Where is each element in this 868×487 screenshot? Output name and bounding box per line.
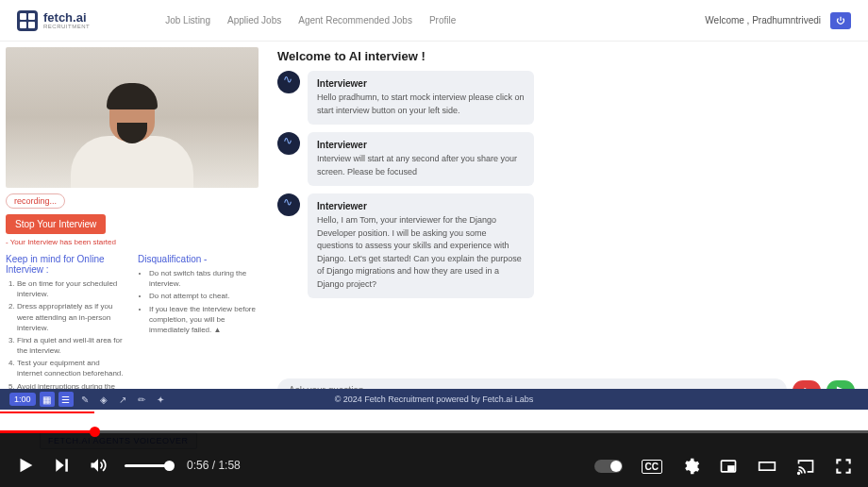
svg-rect-7 <box>728 466 734 470</box>
chat-title: Welcome to AI interview ! <box>277 49 855 63</box>
next-icon <box>53 456 72 475</box>
logo-icon <box>17 10 38 31</box>
webcam-video <box>6 47 259 188</box>
power-icon <box>836 16 845 25</box>
volume-slider[interactable] <box>125 464 170 467</box>
theater-icon <box>757 457 777 476</box>
tip-item: Be on time for your scheduled interview. <box>17 278 126 299</box>
fullscreen-button[interactable] <box>834 457 853 476</box>
message-item: Interviewer Hello pradhumn, to start moc… <box>277 71 855 125</box>
chat-panel: Welcome to AI interview ! Interviewer He… <box>264 42 868 410</box>
message-sender: Interviewer <box>317 201 525 211</box>
main-body: recording... Stop Your Interview - Your … <box>0 42 868 410</box>
svg-rect-8 <box>760 462 776 470</box>
cc-button[interactable]: CC <box>642 460 662 474</box>
disq-title: Disqualification - <box>138 254 259 264</box>
tip-item: Dress appropriately as if you were atten… <box>17 301 126 333</box>
time-display: 0:56 / 1:58 <box>187 459 241 472</box>
toolbar-icons: ▦ ☰ ✎ ◈ ↗ ✏ ✦ <box>40 392 168 407</box>
next-button[interactable] <box>53 456 72 475</box>
top-navbar: fetch.ai RECRUITMENT Job Listing Applied… <box>0 0 868 42</box>
youtube-controls: 0:56 / 1:58 CC <box>0 430 868 487</box>
tips-title: Keep in mind for Online Interview : <box>6 254 126 275</box>
tips-row: Keep in mind for Online Interview : Be o… <box>6 254 259 404</box>
miniplayer-button[interactable] <box>719 457 738 476</box>
svg-marker-5 <box>92 459 99 471</box>
disqualification-column: Disqualification - Do not switch tabs du… <box>138 254 259 404</box>
progress-fill <box>0 430 95 433</box>
message-sender: Interviewer <box>317 140 525 150</box>
interviewer-avatar <box>277 132 300 155</box>
top-right: Welcome , Pradhumntrivedi <box>705 12 851 29</box>
cast-button[interactable] <box>796 457 815 476</box>
play-button[interactable] <box>15 455 36 476</box>
gear-icon <box>681 457 700 476</box>
toolbar-icon[interactable]: ↗ <box>115 392 130 407</box>
settings-button[interactable] <box>681 457 700 476</box>
play-icon <box>15 455 36 476</box>
tip-item: Find a quiet and well-lit area for the i… <box>17 335 126 356</box>
logout-button[interactable] <box>830 12 851 29</box>
message-sender: Interviewer <box>317 78 525 89</box>
nav-job-listing[interactable]: Job Listing <box>165 15 210 25</box>
toolbar-icon[interactable]: ✎ <box>77 392 92 407</box>
message-item: Interviewer Hello, I am Tom, your interv… <box>277 193 855 298</box>
miniplayer-icon <box>719 457 738 476</box>
logo-subtext: RECRUITMENT <box>43 24 90 29</box>
person-silhouette <box>71 87 193 188</box>
disq-item: Do not switch tabs during the interview. <box>149 268 259 289</box>
message-item: Interviewer Interview will start at any … <box>277 132 855 186</box>
logo[interactable]: fetch.ai RECRUITMENT <box>17 10 90 31</box>
timeline-indicator <box>0 411 94 413</box>
footer-copyright: © 2024 Fetch Recruitment powered by Fetc… <box>335 395 534 404</box>
interviewer-avatar <box>277 193 300 216</box>
welcome-text: Welcome , Pradhumntrivedi <box>705 15 821 25</box>
autoplay-toggle[interactable] <box>594 460 623 473</box>
message-text: Interview will start at any second after… <box>317 153 525 178</box>
messages-list[interactable]: Interviewer Hello pradhumn, to start moc… <box>277 71 855 371</box>
fullscreen-icon <box>834 457 853 476</box>
nav-profile[interactable]: Profile <box>429 15 456 25</box>
tips-column: Keep in mind for Online Interview : Be o… <box>6 254 126 404</box>
message-text: Hello, I am Tom, your interviewer for th… <box>317 214 525 291</box>
svg-marker-2 <box>21 459 33 473</box>
progress-bar[interactable] <box>0 430 868 433</box>
toolbar-icon[interactable]: ▦ <box>40 392 55 407</box>
interview-started-note: - Your Interview has been started <box>6 238 259 246</box>
cast-icon <box>796 457 815 476</box>
disq-item: Do not attempt to cheat. <box>149 291 259 301</box>
toolbar-icon[interactable]: ◈ <box>96 392 111 407</box>
app-window: fetch.ai RECRUITMENT Job Listing Applied… <box>0 0 868 430</box>
interviewer-avatar <box>277 71 300 93</box>
left-panel: recording... Stop Your Interview - Your … <box>0 42 264 410</box>
toolbar-icon[interactable]: ✦ <box>153 392 168 407</box>
svg-marker-3 <box>56 459 63 471</box>
volume-button[interactable] <box>89 456 108 475</box>
toolbar-icon[interactable]: ☰ <box>58 392 74 407</box>
volume-icon <box>89 456 108 475</box>
svg-point-9 <box>798 473 800 475</box>
toolbar-icon[interactable]: ✏ <box>134 392 149 407</box>
nav-links: Job Listing Applied Jobs Agent Recommend… <box>165 15 456 25</box>
message-text: Hello pradhumn, to start mock interview … <box>317 92 525 117</box>
tip-item: Test your equipment and internet connect… <box>17 358 126 378</box>
recording-badge: recording... <box>6 193 65 209</box>
app-footer: 1:00 ▦ ☰ ✎ ◈ ↗ ✏ ✦ © 2024 Fetch Recruitm… <box>0 389 868 410</box>
logo-text: fetch.ai <box>43 11 90 24</box>
disq-item: If you leave the interview before comple… <box>149 304 259 336</box>
stop-interview-button[interactable]: Stop Your Interview <box>6 214 106 234</box>
svg-rect-4 <box>65 459 68 471</box>
nav-applied-jobs[interactable]: Applied Jobs <box>227 15 281 25</box>
timer-pill: 1:00 <box>9 393 36 406</box>
nav-recommended[interactable]: Agent Recommended Jobs <box>298 15 412 25</box>
theater-button[interactable] <box>757 457 777 476</box>
